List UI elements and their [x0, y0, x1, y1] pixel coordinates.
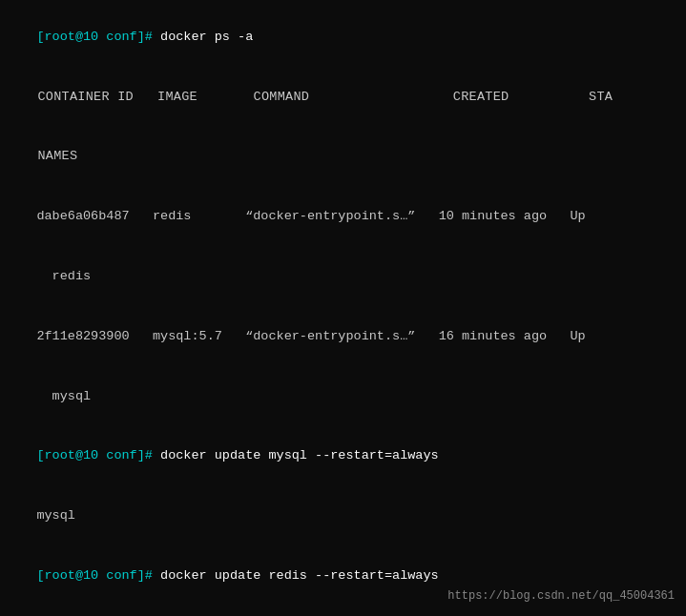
- output-mysql: mysql: [6, 486, 680, 546]
- line-cmd2: [root@10 conf]# docker update mysql --re…: [6, 426, 680, 486]
- table-row-1b: redis: [6, 247, 680, 307]
- table-row-2b: mysql: [6, 367, 680, 427]
- cmd-text-2: docker update mysql --restart=always: [160, 448, 439, 462]
- container-name-1: redis: [36, 269, 91, 283]
- output-redis: redis: [6, 606, 680, 616]
- container-name-2: mysql: [36, 389, 91, 403]
- table-row-1a: dabe6a06b487 redis “docker-entrypoint.s……: [6, 187, 680, 247]
- terminal: [root@10 conf]# docker ps -a CONTAINER I…: [0, 0, 686, 616]
- col-container-id: CONTAINER ID IMAGE COMMAND: [38, 90, 453, 104]
- col-names: NAMES: [38, 149, 78, 163]
- cmd-text-1: docker ps -a: [160, 30, 253, 44]
- line-cmd1: [root@10 conf]# docker ps -a: [6, 8, 680, 68]
- container-id-1: dabe6a06b487 redis “docker-entrypoint.s……: [36, 209, 585, 223]
- container-id-2: 2f11e8293900 mysql:5.7 “docker-entrypoin…: [36, 329, 585, 343]
- watermark: https://blog.csdn.net/qq_45004361: [447, 589, 675, 603]
- table-row-2a: 2f11e8293900 mysql:5.7 “docker-entrypoin…: [6, 307, 680, 367]
- table-header-names: NAMES: [6, 128, 680, 188]
- prompt-3: [root@10 conf]#: [36, 568, 160, 583]
- table-header: CONTAINER ID IMAGE COMMAND CREATED STA: [6, 68, 680, 128]
- prompt-1: [root@10 conf]#: [36, 30, 160, 44]
- prompt-2: [root@10 conf]#: [36, 448, 160, 462]
- col-created: CREATED STA: [453, 90, 613, 104]
- cmd-text-3: docker update redis --restart=always: [160, 568, 439, 583]
